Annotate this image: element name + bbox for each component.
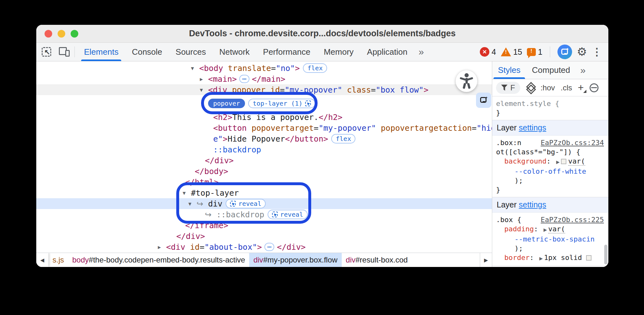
style-rule-line[interactable]: } bbox=[496, 108, 605, 117]
dom-tree-row[interactable]: ↪ ::backdropreveal bbox=[36, 209, 492, 220]
style-rule-line[interactable]: ); bbox=[496, 176, 605, 185]
ai-assistance-button[interactable] bbox=[557, 45, 572, 59]
breadcrumb-item[interactable]: div#result-box.cod bbox=[342, 253, 412, 267]
warning-count[interactable]: ! 15 bbox=[501, 47, 522, 57]
breadcrumb-scroll-left-button[interactable]: ◀ bbox=[36, 253, 48, 267]
dom-tree-row[interactable]: </iframe> bbox=[36, 220, 492, 231]
breadcrumb-part-rest: #my-popover.box.flow bbox=[263, 256, 337, 264]
style-rule-line[interactable]: .box {EaPZzOb.css:225 bbox=[496, 215, 605, 224]
inspect-element-button[interactable] bbox=[39, 45, 54, 59]
style-rule-line[interactable]: background: ▶var( bbox=[496, 157, 605, 167]
tab-network[interactable]: Network bbox=[213, 43, 256, 61]
css-token-exp: ▶ bbox=[555, 159, 561, 164]
ai-assist-chip-button[interactable] bbox=[476, 93, 491, 108]
dom-tree-row[interactable]: ▾<body translate="no">flex bbox=[36, 63, 492, 74]
dom-tree-row[interactable]: ::backdrop bbox=[36, 144, 492, 155]
dom-tree-row[interactable]: </body> bbox=[36, 166, 492, 177]
dom-tree-row[interactable]: ▸<div id="about-box">⋯</div> bbox=[36, 242, 492, 252]
color-swatch[interactable] bbox=[561, 159, 566, 164]
dom-tree-row[interactable]: <button popovertarget="my-popover" popov… bbox=[36, 122, 492, 133]
inspect-mode-icon bbox=[305, 101, 311, 106]
dom-tree-row[interactable]: e">Hide Popover</button>flex bbox=[36, 133, 492, 144]
dom-tree-row[interactable]: </html> bbox=[36, 177, 492, 187]
styles-filter-input[interactable]: F bbox=[496, 82, 520, 94]
style-rule-line[interactable]: element.style { bbox=[496, 99, 605, 108]
dom-token-tag: <div bbox=[166, 242, 185, 252]
dom-tree-row[interactable]: popovertop-layer (1) bbox=[36, 95, 492, 112]
dom-tree-row[interactable]: ▾<div popover id="my-popover" class="box… bbox=[36, 84, 492, 95]
badge-reveal[interactable]: reveal bbox=[226, 199, 266, 208]
disclosure-triangle-icon[interactable]: ▾ bbox=[183, 189, 191, 196]
accessibility-overlay-icon[interactable] bbox=[456, 70, 477, 92]
breadcrumb-item[interactable]: div#my-popover.box.flow bbox=[249, 253, 341, 267]
badge-flex[interactable]: flex bbox=[303, 63, 327, 73]
tab-performance[interactable]: Performance bbox=[256, 43, 317, 61]
style-rule-line[interactable]: --metric-box-spacin bbox=[496, 234, 605, 244]
layers-icon[interactable] bbox=[526, 83, 535, 92]
tab-elements[interactable]: Elements bbox=[77, 43, 125, 61]
element-classes-button[interactable]: .cls bbox=[561, 83, 572, 92]
toggle-element-state-button[interactable]: :hov bbox=[541, 83, 555, 92]
dom-token-attr: class bbox=[342, 85, 371, 94]
stylesheet-source-link[interactable]: EaPZzOb.css:225 bbox=[541, 215, 604, 224]
kebab-menu-button[interactable]: ⋮ bbox=[592, 46, 602, 58]
settings-button[interactable]: ⚙ bbox=[577, 45, 587, 59]
window-titlebar: DevTools - chrome.devsite.corp...docs/de… bbox=[36, 25, 608, 43]
more-sidebar-tabs-button[interactable]: » bbox=[576, 65, 589, 76]
layer-settings-link[interactable]: settings bbox=[519, 200, 546, 209]
minimize-window-button[interactable] bbox=[58, 30, 65, 38]
disclosure-triangle-icon[interactable]: ▸ bbox=[200, 75, 208, 82]
breadcrumb-item[interactable]: body#the-body.codepen-embed-body.results… bbox=[68, 253, 249, 267]
issues-count[interactable]: ! 1 bbox=[527, 47, 542, 57]
new-style-rule-button[interactable]: + bbox=[578, 82, 584, 94]
disclosure-triangle-icon[interactable]: ▾ bbox=[200, 86, 208, 93]
css-token-p: : bbox=[546, 157, 555, 165]
badge-popover[interactable]: popover bbox=[208, 99, 245, 108]
style-rule-line[interactable]: ); bbox=[496, 244, 605, 253]
badge-top-layer[interactable]: top-layer (1) bbox=[248, 99, 315, 108]
tab-console[interactable]: Console bbox=[125, 43, 169, 61]
styles-scrollbar[interactable] bbox=[604, 245, 607, 264]
style-rule-line[interactable]: border: ▶1px solid bbox=[496, 253, 605, 263]
sidebar-tab-list: StylesComputed bbox=[492, 61, 576, 79]
disclosure-triangle-icon[interactable]: ▾ bbox=[188, 200, 197, 207]
zoom-window-button[interactable] bbox=[71, 30, 78, 38]
dom-token-tag: > bbox=[223, 134, 228, 144]
dom-tree-row[interactable]: ▾↪ divreveal bbox=[36, 198, 492, 209]
badge-flex[interactable]: flex bbox=[331, 134, 355, 144]
layer-settings-link[interactable]: settings bbox=[519, 123, 546, 132]
dom-token-tag: </html> bbox=[185, 178, 219, 187]
dom-tree-row[interactable]: </div> bbox=[36, 231, 492, 242]
sidebar-tab-styles[interactable]: Styles bbox=[492, 61, 526, 79]
expand-ellipsis-badge[interactable]: ⋯ bbox=[239, 75, 249, 83]
disclosure-triangle-icon[interactable]: ▸ bbox=[158, 243, 166, 250]
more-panels-button[interactable]: » bbox=[414, 46, 427, 57]
expand-ellipsis-badge[interactable]: ⋯ bbox=[264, 243, 274, 251]
dom-tree-row[interactable]: ▾#top-layer bbox=[36, 187, 492, 198]
close-window-button[interactable] bbox=[45, 30, 52, 38]
style-rule-line[interactable]: --color-off-white bbox=[496, 167, 605, 176]
dom-tree-row[interactable]: </div> bbox=[36, 155, 492, 166]
tab-sources[interactable]: Sources bbox=[169, 43, 213, 61]
tab-application[interactable]: Application bbox=[360, 43, 414, 61]
badge-reveal[interactable]: reveal bbox=[268, 210, 308, 219]
dom-tree-row[interactable]: <h2>This is a popover.</h2> bbox=[36, 112, 492, 122]
style-rule-line[interactable]: .box:n bbox=[496, 138, 605, 147]
dom-tree-row[interactable]: ▸<main>⋯</main> bbox=[36, 74, 492, 84]
issues-count-label: 1 bbox=[538, 47, 542, 57]
sidebar-tab-computed[interactable]: Computed bbox=[526, 61, 576, 79]
breadcrumb-item[interactable]: s.js bbox=[48, 253, 68, 267]
layer-section-header: Layersettings bbox=[492, 120, 608, 136]
computed-styles-icon[interactable] bbox=[590, 83, 598, 92]
issues-icon: ! bbox=[527, 48, 536, 56]
style-rule-line[interactable]: padding: ▶var( bbox=[496, 224, 605, 234]
tab-memory[interactable]: Memory bbox=[317, 43, 360, 61]
breadcrumb-scroll-right-button[interactable]: ▶ bbox=[480, 253, 492, 267]
style-rule-line[interactable]: } bbox=[496, 185, 605, 194]
device-toolbar-button[interactable] bbox=[57, 45, 72, 59]
color-swatch[interactable] bbox=[586, 255, 592, 261]
error-count[interactable]: ✕ 4 bbox=[480, 47, 496, 57]
breadcrumb-part-tag: div bbox=[253, 256, 263, 264]
disclosure-triangle-icon[interactable]: ▾ bbox=[191, 65, 199, 72]
style-rule-line[interactable]: ot([class*="bg-"]) { bbox=[496, 147, 605, 157]
